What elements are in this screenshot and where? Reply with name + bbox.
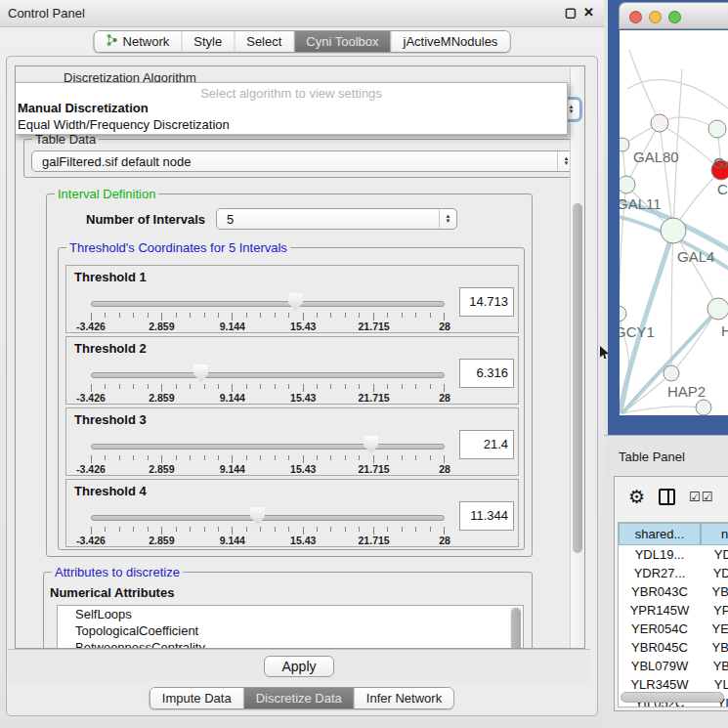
tick-label: 2.859 (149, 463, 174, 475)
table-row[interactable]: YBR043CYBRO (619, 582, 728, 601)
algorithm-popup-hint: Select algorithm to view settings (16, 86, 567, 101)
node-label-ha: HA (721, 322, 728, 339)
table-row[interactable]: YER054CYERO (619, 620, 728, 638)
close-window-icon[interactable]: ✕ (583, 5, 594, 20)
table-panel: ⚙ ☑☑ shared...n... YDL19...YDL1YDR27...Y… (614, 476, 728, 711)
table-panel-title: Table Panel (619, 450, 685, 464)
attribute-list-item[interactable]: TopologicalCoefficient (58, 622, 523, 639)
table-row[interactable]: YPR145WYPR1 (619, 601, 728, 620)
list-scrollbar[interactable] (510, 607, 522, 649)
table-cell: YBRO (701, 638, 728, 657)
algorithm-dropdown-popup: Select algorithm to view settings Manual… (15, 82, 568, 135)
table-toolbar: ⚙ ☑☑ (615, 477, 728, 516)
tab-label: Impute Data (162, 691, 232, 706)
select-columns-checkboxes-icon[interactable]: ☑☑ (689, 490, 713, 504)
apply-bar: Apply (8, 649, 590, 682)
tab-label: Select (246, 34, 281, 49)
slider-handle[interactable] (364, 436, 378, 453)
tick-label: 21.715 (359, 463, 390, 475)
table-data-combo-value: galFiltered.sif default node (32, 154, 557, 169)
table-cell: YPR145W (619, 601, 701, 620)
node-label-c: C (717, 181, 728, 197)
float-window-icon[interactable]: ▢ (565, 5, 577, 20)
table-row[interactable]: YDL19...YDL1 (619, 545, 728, 564)
tab-discretize-data[interactable]: Discretize Data (244, 688, 355, 708)
threshold-value-field[interactable]: 21.4 (459, 430, 514, 459)
node-label-hap2: HAP2 (667, 383, 706, 400)
settings-scrollbar[interactable] (570, 67, 583, 649)
tab-select[interactable]: Select (235, 31, 294, 52)
number-of-intervals-combo[interactable]: 5 ▲▼ (216, 208, 457, 230)
tab-impute-data[interactable]: Impute Data (150, 688, 244, 708)
control-panel-titlebar: Control Panel ▢ ✕ (0, 0, 604, 27)
tick-label: 2.859 (149, 535, 174, 546)
tab-style[interactable]: Style (182, 31, 235, 52)
tab-cyni-toolbox[interactable]: Cyni Toolbox (294, 31, 391, 52)
node-label-gal11: GAL11 (620, 195, 662, 212)
minimize-traffic-light-icon[interactable] (649, 11, 662, 23)
zoom-traffic-light-icon[interactable] (668, 11, 681, 23)
threshold-slider[interactable] (91, 295, 445, 315)
tab-label: Network (123, 34, 170, 49)
attribute-list-item[interactable]: BetweennessCentrality (58, 639, 523, 649)
threshold-label: Threshold 4 (74, 484, 147, 498)
table-row[interactable]: YBL079WYBLO (619, 657, 728, 675)
tick-label: 9.144 (220, 463, 245, 475)
attribute-list-item[interactable]: SelfLoops (58, 606, 523, 622)
tick-label: 15.43 (290, 392, 316, 404)
threshold-value-field[interactable]: 14.713 (459, 287, 514, 317)
tab-label: Infer Network (366, 691, 442, 706)
network-window-titlebar (619, 2, 728, 29)
slider-handle[interactable] (193, 364, 208, 382)
table-cell: YBRO (701, 582, 728, 601)
threshold-slider[interactable] (91, 366, 445, 386)
tick-label: 21.715 (359, 535, 390, 546)
table-horizontal-scrollbar[interactable] (621, 692, 724, 703)
slider-handle[interactable] (288, 293, 303, 311)
table-cell: YBR043C (619, 582, 701, 601)
network-view-frame[interactable]: GAL80GACGAL11GAL4GCY1HAHAP2 (608, 0, 728, 435)
numerical-attributes-list[interactable]: SelfLoopsTopologicalCoefficientBetweenne… (57, 605, 524, 649)
column-header-1[interactable]: shared... (619, 523, 701, 545)
slider-track[interactable] (91, 301, 445, 307)
settings-scrollbar-thumb[interactable] (573, 203, 582, 553)
tab-jactivemnodules[interactable]: jActiveMNodules (392, 31, 510, 52)
tick-label: 28 (439, 463, 450, 475)
algorithm-option-2[interactable]: Equal Width/Frequency Discretization (18, 117, 230, 132)
table-header-row: shared...n... (619, 523, 728, 545)
slider-track[interactable] (91, 444, 445, 450)
table-row[interactable]: YDR27...YDR2 (619, 564, 728, 582)
tab-label: jActiveMNodules (404, 34, 498, 49)
tab-label: Style (193, 34, 222, 49)
slider-track[interactable] (91, 515, 445, 521)
apply-button[interactable]: Apply (264, 656, 334, 677)
threshold-value-field[interactable]: 11.344 (459, 501, 514, 531)
close-traffic-light-icon[interactable] (629, 11, 642, 23)
threshold-panel-3: Threshold 3-3.4262.8599.14415.4321.71528… (65, 407, 519, 476)
table-cell: YDR27... (619, 564, 701, 582)
network-canvas[interactable]: GAL80GACGAL11GAL4GCY1HAHAP2 (620, 30, 728, 415)
tick-label: 15.43 (290, 535, 316, 546)
tab-network[interactable]: Network (95, 31, 183, 52)
threshold-slider[interactable] (91, 509, 445, 529)
slider-handle[interactable] (250, 507, 265, 525)
node-label-gal4: GAL4 (677, 248, 714, 265)
tick-label: 15.43 (290, 463, 316, 475)
node-label-gcy1: GCY1 (620, 323, 655, 340)
algorithm-option-1[interactable]: Manual Discretization (18, 101, 149, 115)
table-cell: YDL19... (619, 545, 701, 564)
node-table[interactable]: shared...n... YDL19...YDL1YDR27...YDR2YB… (618, 522, 728, 707)
combo-stepper-icon: ▲▼ (439, 209, 456, 229)
table-cell: YBL079W (619, 657, 701, 675)
table-data-combo[interactable]: galFiltered.sif default node ▲▼ (31, 150, 576, 172)
column-header-2[interactable]: n... (701, 523, 728, 545)
threshold-label: Threshold 2 (74, 341, 147, 356)
threshold-slider[interactable] (91, 438, 445, 457)
table-row[interactable]: YBR045CYBRO (619, 638, 728, 657)
gear-icon[interactable]: ⚙ (628, 488, 645, 506)
slider-track[interactable] (91, 372, 445, 378)
thresholds-group-title: Threshold's Coordinates for 5 Intervals (66, 240, 290, 255)
columns-icon[interactable] (659, 489, 675, 505)
threshold-value-field[interactable]: 6.316 (459, 359, 514, 388)
tab-infer-network[interactable]: Infer Network (355, 688, 453, 708)
